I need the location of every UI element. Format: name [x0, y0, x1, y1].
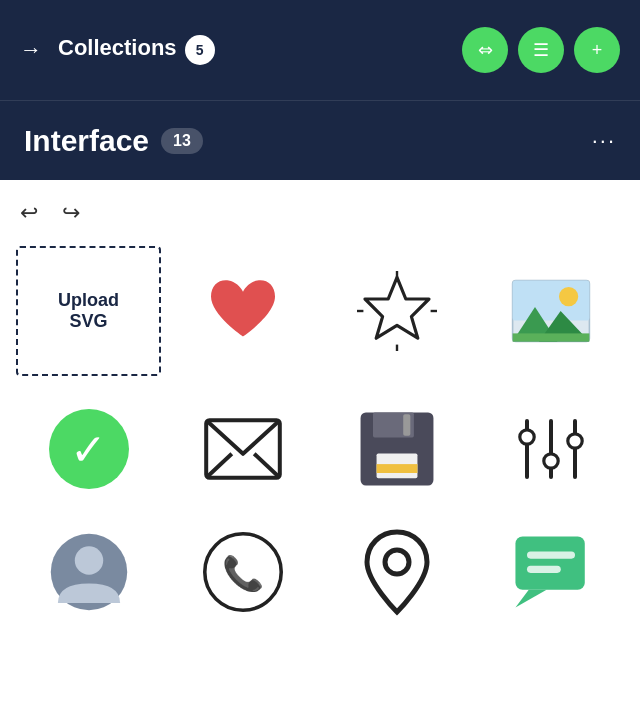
- checkmark-icon-cell[interactable]: ✓: [16, 384, 161, 514]
- check-circle-icon: ✓: [49, 409, 129, 489]
- add-button[interactable]: +: [574, 27, 620, 73]
- sliders-icon-cell[interactable]: [478, 384, 623, 514]
- svg-rect-32: [527, 552, 575, 559]
- svg-rect-30: [515, 536, 584, 589]
- mail-icon-cell[interactable]: [170, 384, 315, 514]
- redo-button[interactable]: ↪: [58, 196, 84, 230]
- undo-button[interactable]: ↩: [16, 196, 42, 230]
- user-icon-cell[interactable]: [16, 522, 161, 622]
- back-arrow-button[interactable]: →: [20, 37, 42, 63]
- svg-point-29: [385, 550, 409, 574]
- content-area: ↩ ↪ Upload SVG: [0, 180, 640, 720]
- user-icon: [49, 527, 129, 617]
- icon-grid-row3: 📞: [16, 522, 624, 622]
- landscape-icon-cell[interactable]: [478, 246, 623, 376]
- svg-text:📞: 📞: [222, 553, 265, 594]
- collection-count-badge: 13: [161, 128, 203, 154]
- landscape-icon: [511, 271, 591, 351]
- phone-icon: 📞: [203, 527, 283, 617]
- icon-grid-row2: ✓: [16, 384, 624, 514]
- svg-rect-10: [512, 333, 589, 341]
- svg-point-23: [543, 454, 557, 468]
- svg-rect-33: [527, 566, 561, 573]
- subheader: Interface 13 ···: [0, 100, 640, 180]
- location-pin-icon: [362, 527, 432, 617]
- save-icon-cell[interactable]: [324, 384, 469, 514]
- heart-icon: [203, 271, 283, 351]
- svg-rect-18: [403, 414, 410, 435]
- header-actions: ⇔ ☰ +: [462, 27, 620, 73]
- list-view-button[interactable]: ☰: [518, 27, 564, 73]
- svg-marker-0: [365, 277, 429, 338]
- upload-line1: Upload: [58, 290, 119, 311]
- heart-icon-cell[interactable]: [170, 246, 315, 376]
- header-title: Collections5: [58, 35, 446, 65]
- upload-svg-button[interactable]: Upload SVG: [16, 246, 161, 376]
- svg-rect-6: [512, 281, 589, 321]
- collections-count-badge: 5: [185, 35, 215, 65]
- location-icon-cell[interactable]: [324, 522, 469, 622]
- svg-point-24: [567, 434, 581, 448]
- star-icon-cell[interactable]: [324, 246, 469, 376]
- header: → Collections5 ⇔ ☰ +: [0, 0, 640, 100]
- icon-grid-row1: Upload SVG: [16, 246, 624, 376]
- svg-point-7: [559, 287, 578, 306]
- mail-icon: [203, 409, 283, 489]
- resize-button[interactable]: ⇔: [462, 27, 508, 73]
- svg-marker-31: [515, 590, 546, 608]
- sliders-icon: [511, 409, 591, 489]
- star-icon: [357, 271, 437, 351]
- collection-title: Interface: [24, 124, 149, 158]
- toolbar: ↩ ↪: [16, 196, 624, 230]
- svg-point-22: [519, 430, 533, 444]
- chat-icon-cell[interactable]: [478, 522, 623, 622]
- svg-rect-17: [376, 464, 417, 473]
- floppy-disk-icon: [357, 409, 437, 489]
- chat-bubble-icon: [511, 527, 591, 617]
- phone-icon-cell[interactable]: 📞: [170, 522, 315, 622]
- more-options-button[interactable]: ···: [592, 128, 616, 154]
- svg-point-26: [74, 546, 102, 574]
- upload-line2: SVG: [69, 311, 107, 332]
